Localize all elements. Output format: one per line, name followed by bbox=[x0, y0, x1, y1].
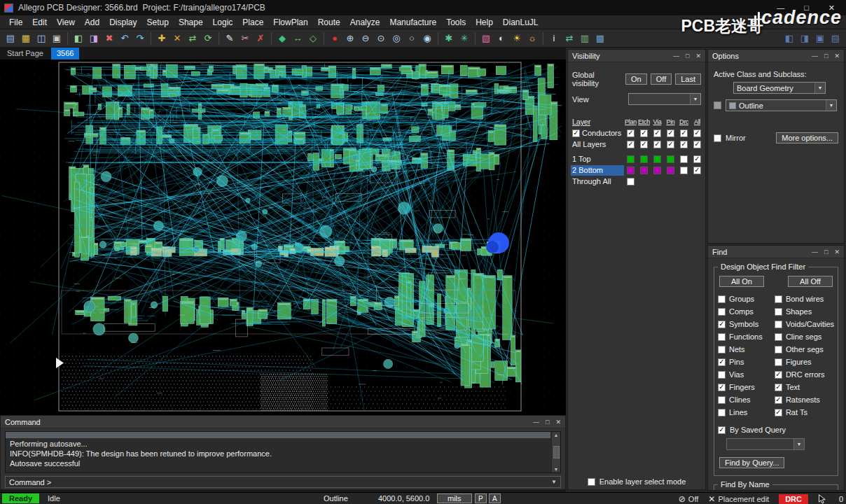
vis-row-through-all[interactable]: Through All bbox=[571, 176, 704, 187]
menu-view[interactable]: View bbox=[52, 16, 80, 29]
zoom-previous-icon[interactable]: ○ bbox=[404, 31, 419, 46]
layer-color-swatch[interactable] bbox=[627, 155, 634, 163]
save-drawing-icon[interactable]: ◫ bbox=[34, 31, 49, 46]
find-filter-checkbox[interactable] bbox=[718, 295, 726, 303]
options-close-icon[interactable]: ✕ bbox=[834, 52, 840, 59]
visibility-pane-toggle-icon[interactable]: ◧ bbox=[782, 31, 797, 46]
superfilter-off-icon[interactable]: ⊘ bbox=[679, 494, 686, 504]
find-panel-titlebar[interactable]: Find — □ ✕ bbox=[708, 246, 844, 258]
check-plot-icon[interactable]: ▣ bbox=[49, 31, 64, 46]
visibility-checkbox[interactable] bbox=[667, 130, 674, 137]
a-button[interactable]: A bbox=[489, 493, 501, 503]
vis-column-via[interactable]: Via bbox=[651, 118, 664, 125]
menu-route[interactable]: Route bbox=[313, 16, 345, 29]
visibility-checkbox[interactable] bbox=[693, 167, 701, 174]
visibility-checkbox[interactable] bbox=[680, 141, 688, 148]
units-button[interactable]: mils bbox=[437, 493, 472, 503]
find-filter-checkbox[interactable] bbox=[775, 333, 782, 341]
status-icon[interactable]: ▩ bbox=[592, 31, 608, 46]
command-input[interactable]: Command > ▼ bbox=[5, 476, 561, 488]
find-filter-checkbox[interactable] bbox=[775, 321, 782, 328]
visibility-checkbox[interactable] bbox=[572, 130, 580, 137]
command-output[interactable]: Performing autosave... INFO(SPMHDB-449):… bbox=[5, 431, 561, 473]
dehighlight-icon[interactable]: ☼ bbox=[525, 31, 540, 46]
layer-color-swatch[interactable] bbox=[640, 167, 648, 174]
subclass-visibility-checkbox[interactable] bbox=[714, 102, 721, 109]
visibility-checkbox[interactable] bbox=[693, 141, 701, 148]
zoom-fit-icon[interactable]: ⊙ bbox=[373, 31, 389, 46]
command-panel-titlebar[interactable]: Command — □ ✕ bbox=[1, 416, 565, 428]
find-filter-checkbox[interactable] bbox=[775, 346, 782, 354]
vis-column-drc[interactable]: Drc bbox=[677, 118, 691, 125]
find-filter-comps[interactable]: Comps bbox=[718, 305, 773, 318]
find-filter-ratsnests[interactable]: Ratsnests bbox=[775, 393, 834, 406]
menu-manufacture[interactable]: Manufacture bbox=[384, 16, 441, 29]
tab-3566[interactable]: 3566 bbox=[51, 48, 79, 59]
menu-file[interactable]: File bbox=[4, 16, 27, 29]
find-filter-nets[interactable]: Nets bbox=[718, 343, 773, 356]
find-filter-text[interactable]: Text bbox=[775, 381, 834, 393]
find-filter-rat-ts[interactable]: Rat Ts bbox=[775, 406, 834, 419]
visibility-checkbox[interactable] bbox=[680, 155, 688, 163]
spin-icon[interactable]: ⟳ bbox=[200, 31, 216, 46]
zoom-out-icon[interactable]: ⊖ bbox=[358, 31, 373, 46]
copy-icon[interactable]: ◧ bbox=[71, 31, 86, 46]
zoom-center-icon[interactable]: ◉ bbox=[419, 31, 435, 46]
global-visibility-last-button[interactable]: Last bbox=[675, 74, 701, 85]
find-filter-symbols[interactable]: Symbols bbox=[718, 318, 773, 330]
find-close-icon[interactable]: ✕ bbox=[834, 248, 840, 255]
pcb-canvas[interactable] bbox=[0, 59, 566, 415]
find-filter-checkbox[interactable] bbox=[775, 371, 782, 379]
menu-setup[interactable]: Setup bbox=[142, 16, 174, 29]
vis-column-layer[interactable]: Layer bbox=[571, 118, 624, 126]
active-class-dropdown[interactable]: Board Geometry ▼ bbox=[733, 82, 826, 94]
menu-logic[interactable]: Logic bbox=[208, 16, 238, 29]
vis-column-plan[interactable]: Plan bbox=[624, 118, 637, 125]
vis-column-etch[interactable]: Etch bbox=[637, 118, 651, 125]
options-panel-titlebar[interactable]: Options — □ ✕ bbox=[708, 50, 844, 62]
application-mode-icon[interactable]: ✕ bbox=[708, 494, 715, 504]
visibility-checkbox[interactable] bbox=[640, 141, 648, 148]
vis-row-conductors[interactable]: Conductors bbox=[571, 127, 704, 139]
menu-help[interactable]: Help bbox=[471, 16, 498, 29]
find-filter-checkbox[interactable] bbox=[718, 333, 726, 341]
visibility-close-icon[interactable]: ✕ bbox=[695, 52, 701, 59]
menu-add[interactable]: Add bbox=[80, 16, 104, 29]
highlight-icon[interactable]: ☀ bbox=[509, 31, 525, 46]
enable-layer-select-checkbox[interactable] bbox=[588, 478, 595, 486]
scroll-up-icon[interactable]: ▲ bbox=[554, 433, 559, 438]
tab-start-page[interactable]: Start Page bbox=[1, 48, 49, 59]
more-options-button[interactable]: More options... bbox=[776, 132, 838, 144]
new-drawing-icon[interactable]: ▤ bbox=[3, 31, 18, 46]
find-filter-checkbox[interactable] bbox=[718, 308, 726, 316]
record-macro-icon[interactable]: ● bbox=[327, 31, 342, 46]
find-minimize-icon[interactable]: — bbox=[812, 248, 818, 255]
properties-icon[interactable]: ▥ bbox=[577, 31, 592, 46]
visibility-checkbox[interactable] bbox=[680, 130, 688, 137]
menu-analyze[interactable]: Analyze bbox=[345, 16, 385, 29]
drc-status-badge[interactable]: DRC bbox=[779, 494, 808, 504]
menu-edit[interactable]: Edit bbox=[27, 16, 52, 29]
find-filter-checkbox[interactable] bbox=[775, 396, 782, 404]
command-close-icon[interactable]: ✕ bbox=[555, 419, 561, 426]
unfix-icon[interactable]: ✕ bbox=[169, 31, 185, 46]
vis-row-1-top[interactable]: 1 Top bbox=[571, 153, 704, 164]
options-pane-toggle-icon[interactable]: ◨ bbox=[797, 31, 812, 46]
visibility-panel-titlebar[interactable]: Visibility — □ ✕ bbox=[568, 50, 705, 62]
find-pane-toggle-icon[interactable]: ▣ bbox=[812, 31, 828, 46]
find-filter-checkbox[interactable] bbox=[775, 295, 782, 303]
all-off-button[interactable]: All Off bbox=[788, 276, 833, 287]
visibility-checkbox[interactable] bbox=[640, 130, 648, 137]
visibility-checkbox[interactable] bbox=[653, 130, 661, 137]
color-dialog-icon[interactable]: ▧ bbox=[478, 31, 494, 46]
menu-shape[interactable]: Shape bbox=[174, 16, 208, 29]
scroll-down-icon[interactable]: ▼ bbox=[554, 467, 559, 472]
global-visibility-off-button[interactable]: Off bbox=[651, 74, 672, 85]
subclass-dropdown[interactable]: Outline ▼ bbox=[726, 99, 837, 111]
layer-color-swatch[interactable] bbox=[627, 167, 634, 174]
find-filter-functions[interactable]: Functions bbox=[718, 330, 773, 343]
command-minimize-icon[interactable]: — bbox=[533, 419, 539, 426]
find-filter-checkbox[interactable] bbox=[775, 409, 782, 416]
vis-row-all-layers[interactable]: All Layers bbox=[571, 139, 704, 150]
find-filter-pins[interactable]: Pins bbox=[718, 356, 773, 368]
